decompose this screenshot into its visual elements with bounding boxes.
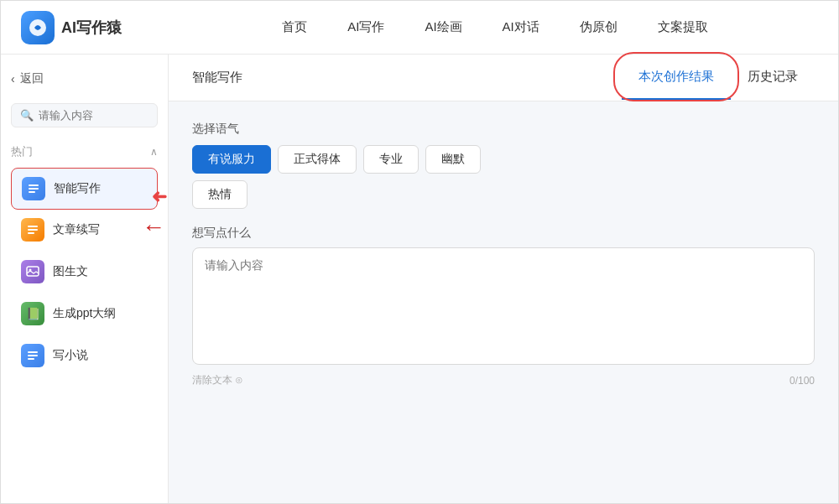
write-label: 想写点什么 bbox=[192, 226, 815, 241]
tone-formal[interactable]: 正式得体 bbox=[278, 145, 357, 174]
nav-ai-draw[interactable]: AI绘画 bbox=[425, 16, 461, 39]
back-button[interactable]: ‹ 返回 bbox=[11, 68, 158, 90]
sidebar-item-label: 智能写作 bbox=[54, 181, 101, 196]
section-label: 智能写作 bbox=[192, 70, 242, 86]
tone-passionate[interactable]: 热情 bbox=[192, 180, 248, 209]
logo-icon bbox=[21, 11, 55, 44]
top-navigation: AI写作猿 首页 AI写作 AI绘画 AI对话 伪原创 文案提取 bbox=[1, 1, 838, 55]
textarea-wrapper: 清除文本 ⊙ 0/100 bbox=[192, 247, 815, 387]
content-body: 选择语气 有说服力 正式得体 专业 幽默 热情 想写点什么 清除文本 ⊙ 0/1… bbox=[169, 101, 838, 504]
tone-persuasive[interactable]: 有说服力 bbox=[192, 145, 271, 174]
search-input[interactable] bbox=[39, 109, 149, 122]
tab-current-result[interactable]: 本次创作结果 bbox=[622, 55, 731, 100]
svg-rect-2 bbox=[29, 184, 39, 186]
nav-paraphrase[interactable]: 伪原创 bbox=[580, 16, 618, 39]
sidebar-item-smart-write[interactable]: 智能写作 bbox=[11, 168, 158, 210]
ppt-outline-icon: 📗 bbox=[21, 302, 44, 325]
svg-rect-6 bbox=[28, 229, 38, 231]
tone-buttons-row2: 热情 bbox=[192, 180, 815, 209]
sidebar-item-label: 写小说 bbox=[53, 348, 88, 363]
back-label: 返回 bbox=[20, 71, 44, 86]
char-count: 0/100 bbox=[789, 375, 815, 387]
logo-area: AI写作猿 bbox=[21, 11, 122, 44]
write-novel-icon bbox=[21, 344, 44, 367]
smart-write-icon bbox=[22, 177, 45, 200]
tone-buttons: 有说服力 正式得体 专业 幽默 bbox=[192, 145, 815, 174]
sidebar: ‹ 返回 🔍 热门 ∧ 智能写作 ➜ bbox=[1, 55, 169, 504]
svg-point-1 bbox=[36, 26, 39, 29]
content-header: 智能写作 本次创作结果 历史记录 bbox=[169, 55, 838, 101]
sidebar-item-write-novel[interactable]: 写小说 bbox=[11, 335, 158, 376]
image-to-text-icon bbox=[21, 260, 44, 283]
svg-rect-8 bbox=[27, 267, 39, 276]
tone-professional[interactable]: 专业 bbox=[363, 145, 419, 174]
sidebar-item-label: 生成ppt大纲 bbox=[53, 306, 116, 321]
article-continue-icon bbox=[21, 218, 44, 242]
write-textarea[interactable] bbox=[192, 247, 815, 365]
collapse-icon[interactable]: ∧ bbox=[150, 146, 158, 158]
app-name: AI写作猿 bbox=[61, 18, 122, 38]
main-content: 智能写作 本次创作结果 历史记录 选择语气 有说服力 正式得体 专业 幽默 热情 bbox=[169, 55, 838, 504]
tone-section-label: 选择语气 bbox=[192, 122, 815, 137]
svg-rect-12 bbox=[28, 358, 34, 360]
tone-humorous[interactable]: 幽默 bbox=[425, 145, 481, 174]
svg-rect-3 bbox=[29, 188, 39, 190]
nav-home[interactable]: 首页 bbox=[282, 16, 307, 39]
back-chevron: ‹ bbox=[11, 72, 15, 86]
sidebar-item-ppt-outline[interactable]: 📗 生成ppt大纲 bbox=[11, 294, 158, 334]
clear-button[interactable]: 清除文本 ⊙ bbox=[192, 373, 243, 387]
sidebar-item-article-continue[interactable]: 文章续写 bbox=[11, 210, 158, 250]
nav-ai-write[interactable]: AI写作 bbox=[347, 16, 384, 39]
svg-rect-4 bbox=[29, 191, 35, 193]
nav-links: 首页 AI写作 AI绘画 AI对话 伪原创 文案提取 bbox=[172, 16, 818, 39]
svg-rect-10 bbox=[28, 351, 38, 353]
nav-copywriting[interactable]: 文案提取 bbox=[658, 16, 708, 39]
search-box[interactable]: 🔍 bbox=[11, 103, 158, 127]
svg-rect-7 bbox=[28, 232, 34, 234]
arrow-indicator: ➜ bbox=[152, 186, 167, 208]
svg-rect-11 bbox=[28, 355, 38, 356]
search-icon: 🔍 bbox=[20, 109, 34, 122]
main-layout: ‹ 返回 🔍 热门 ∧ 智能写作 ➜ bbox=[1, 55, 838, 504]
sidebar-item-image-to-text[interactable]: 图生文 bbox=[11, 252, 158, 292]
tab-history[interactable]: 历史记录 bbox=[731, 55, 815, 100]
svg-rect-5 bbox=[28, 226, 38, 227]
sidebar-section-title: 热门 ∧ bbox=[11, 144, 158, 159]
sidebar-item-label: 图生文 bbox=[53, 264, 88, 279]
nav-ai-chat[interactable]: AI对话 bbox=[503, 16, 539, 39]
sidebar-item-label: 文章续写 bbox=[53, 222, 100, 237]
textarea-footer: 清除文本 ⊙ 0/100 bbox=[192, 373, 815, 387]
